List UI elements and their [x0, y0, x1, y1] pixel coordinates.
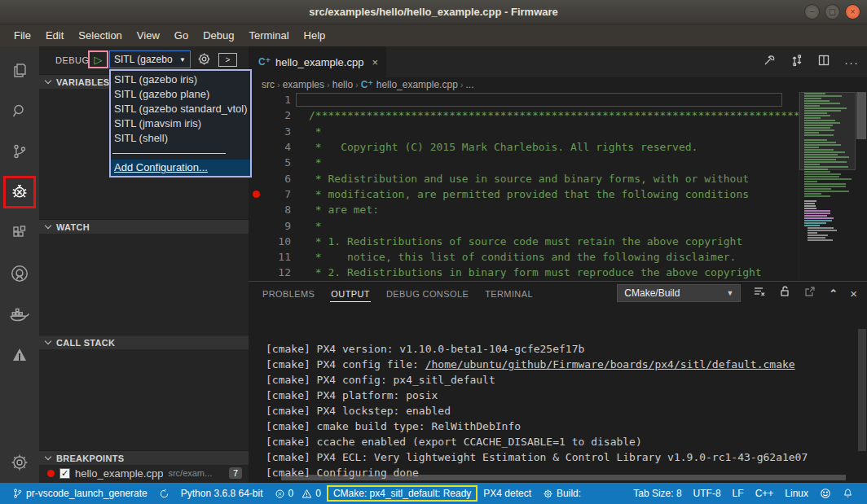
debug-console-button[interactable]: >: [218, 53, 237, 67]
minimize-button[interactable]: −: [804, 4, 820, 20]
activity-source-control[interactable]: [0, 131, 39, 172]
status-px4-detect[interactable]: PX4 detect: [478, 486, 537, 501]
status-cmake-px4-sitl-default-ready[interactable]: CMake: px4_sitl_default: Ready: [327, 485, 478, 502]
menu-terminal[interactable]: Terminal: [241, 26, 296, 45]
start-debug-button[interactable]: ▷: [88, 50, 108, 68]
activity-explorer[interactable]: [0, 50, 39, 90]
panel-h-scrollbar[interactable]: [281, 475, 846, 480]
code-line: 10 * 1. Redistributions of source code m…: [249, 234, 867, 249]
menu-view[interactable]: View: [130, 26, 167, 45]
status-pr-vscode-launch-generate[interactable]: pr-vscode_launch_generate: [7, 486, 153, 501]
activity-debug[interactable]: [0, 172, 39, 213]
activity-github[interactable]: [0, 253, 39, 294]
panel-tab-output[interactable]: OUTPUT: [330, 285, 371, 302]
tab-close-icon[interactable]: ×: [372, 56, 378, 68]
breadcrumb-item[interactable]: examples: [283, 79, 324, 90]
breakpoint-dot-icon[interactable]: [253, 191, 260, 198]
menu-file[interactable]: File: [7, 26, 38, 45]
activity-docker[interactable]: [0, 294, 39, 335]
menu-go[interactable]: Go: [167, 26, 196, 45]
panel-v-scrollbar[interactable]: [858, 329, 866, 451]
activity-extensions[interactable]: [0, 213, 39, 253]
unlock-scroll-icon[interactable]: [778, 285, 791, 301]
tab-hello-example[interactable]: C⁺ hello_example.cpp ×: [249, 46, 386, 77]
output-line: [cmake] Generating done: [266, 480, 867, 483]
maximize-panel-icon[interactable]: ⌃: [829, 287, 838, 300]
glyph-margin[interactable]: [249, 191, 263, 198]
breakpoint-file: hello_example.cpp: [75, 467, 163, 480]
breakpoint-checkbox[interactable]: ✓: [59, 468, 70, 479]
close-panel-icon[interactable]: ×: [850, 287, 857, 300]
breadcrumb-item[interactable]: ...: [465, 79, 473, 90]
minimap-line: [804, 191, 849, 192]
dropdown-item[interactable]: SITL (shell): [111, 131, 250, 146]
breadcrumb-item[interactable]: src: [262, 79, 275, 90]
status-sync[interactable]: [153, 487, 175, 501]
clear-output-icon[interactable]: [753, 285, 766, 301]
output-line: [cmake] PX4 version: v1.10.0-beta1-104-g…: [266, 341, 867, 357]
minimap-line: [804, 222, 826, 224]
status-0[interactable]: 00: [269, 486, 327, 501]
output-link[interactable]: /home/ubuntu/github/Firmware/boards/px4/…: [425, 358, 795, 370]
status-c[interactable]: C++: [750, 486, 780, 501]
activity-settings[interactable]: [0, 442, 39, 483]
status-bell[interactable]: [837, 486, 859, 501]
minimap-line: [804, 217, 834, 219]
sync-icon: [159, 489, 169, 499]
build-hammer-icon[interactable]: [764, 54, 777, 70]
dropdown-item[interactable]: SITL (gazebo iris): [111, 72, 250, 87]
activity-platformio[interactable]: [0, 335, 39, 375]
menu-debug[interactable]: Debug: [196, 26, 241, 45]
debug-config-select[interactable]: SITL (gazebo ▼: [109, 50, 191, 68]
open-changes-icon[interactable]: [790, 54, 803, 70]
panel-tab-problems[interactable]: PROBLEMS: [262, 285, 315, 302]
editor-scrollbar[interactable]: [856, 92, 867, 281]
minimap-slider[interactable]: [799, 92, 856, 170]
status-label: CMake: px4_sitl_default: Ready: [333, 488, 471, 499]
github-icon: [3, 257, 36, 290]
status-smiley[interactable]: [814, 486, 837, 501]
section-watch[interactable]: WATCH: [39, 219, 249, 234]
breadcrumb-item[interactable]: hello: [332, 79, 353, 90]
activity-bar: [0, 46, 39, 483]
panel-tab-debug-console[interactable]: DEBUG CONSOLE: [385, 285, 469, 302]
status-utf-8[interactable]: UTF-8: [688, 486, 727, 501]
code-text: *: [291, 156, 322, 169]
chevron-down-icon: [45, 222, 51, 229]
split-editor-icon[interactable]: [817, 54, 830, 70]
scrollbar-thumb[interactable]: [856, 92, 866, 139]
configure-launch-gear-icon[interactable]: [197, 52, 211, 69]
breadcrumb: src›examples›hello›C⁺hello_example.cpp›.…: [249, 77, 867, 92]
minimap[interactable]: [799, 92, 856, 281]
status-lf[interactable]: LF: [727, 486, 750, 501]
status-python-3-6-8-64-bit[interactable]: Python 3.6.8 64-bit: [175, 486, 269, 501]
breakpoint-item[interactable]: ✓ hello_example.cpp src/exam... 7: [39, 465, 249, 481]
maximize-button[interactable]: ◻: [825, 4, 840, 20]
close-button[interactable]: ×: [845, 4, 860, 20]
warning-icon: [301, 489, 312, 499]
line-number: 9: [263, 220, 291, 232]
more-actions-icon[interactable]: ···: [844, 55, 859, 69]
section-breakpoints[interactable]: BREAKPOINTS: [39, 450, 249, 465]
panel-tab-terminal[interactable]: TERMINAL: [484, 285, 534, 302]
activity-search[interactable]: [0, 90, 39, 131]
open-in-editor-icon[interactable]: [803, 285, 816, 301]
output-console[interactable]: [cmake] PX4 version: v1.10.0-beta1-104-g…: [249, 305, 867, 483]
menu-selection[interactable]: Selection: [71, 26, 129, 45]
settings-icon: [3, 446, 36, 479]
status-tab-size-8[interactable]: Tab Size: 8: [627, 486, 687, 501]
status-build[interactable]: Build:: [537, 486, 587, 501]
menu-edit[interactable]: Edit: [38, 26, 71, 45]
code-editor[interactable]: 12/*************************************…: [249, 92, 867, 281]
minimap-line: [804, 205, 816, 207]
status-linux[interactable]: Linux: [779, 486, 814, 501]
dropdown-item[interactable]: SITL (gazebo plane): [111, 87, 250, 102]
dropdown-add-configuration[interactable]: Add Configuration...: [111, 160, 250, 176]
dropdown-item[interactable]: SITL (jmavsim iris): [111, 116, 250, 131]
section-call-stack[interactable]: CALL STACK: [39, 335, 249, 349]
output-channel-select[interactable]: CMake/Build ▼: [617, 284, 741, 302]
dropdown-item[interactable]: SITL (gazebo standard_vtol): [111, 102, 250, 116]
code-text: * notice, this list of conditions and th…: [291, 251, 736, 263]
breadcrumb-item[interactable]: C⁺hello_example.cpp: [361, 79, 458, 90]
menu-help[interactable]: Help: [297, 26, 333, 45]
